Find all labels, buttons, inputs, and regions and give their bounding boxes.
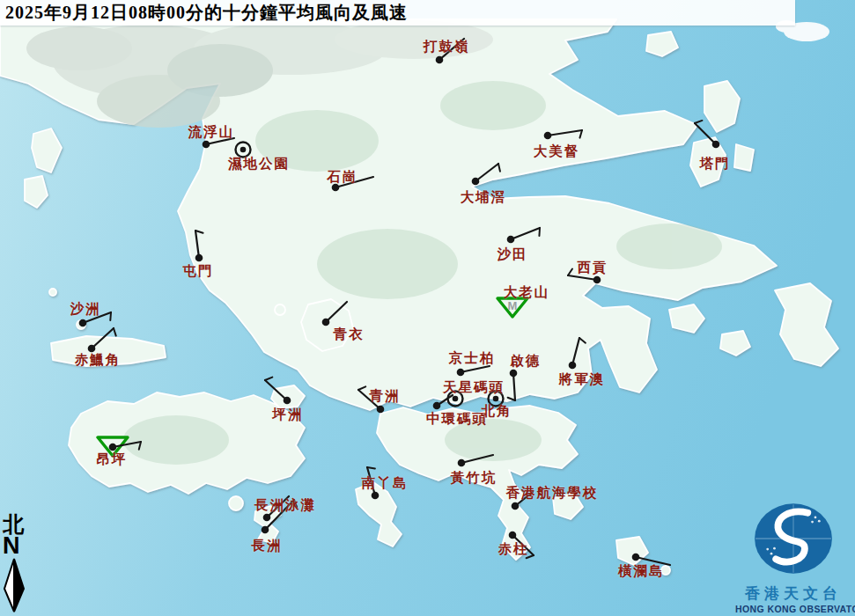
- island-tap-mun-3: [734, 144, 754, 171]
- compass: 北 N: [3, 514, 33, 616]
- island-ma-wan: [275, 304, 285, 315]
- station-dot: [593, 276, 601, 284]
- station-dot: [433, 402, 441, 410]
- station-dot: [284, 397, 291, 405]
- wind-barb-tick: [539, 228, 540, 236]
- station-dot: [544, 132, 552, 140]
- north-arrow-icon: [3, 557, 26, 613]
- station-dot: [569, 362, 577, 370]
- station-dot: [263, 514, 271, 522]
- station-dot: [322, 319, 330, 326]
- station-dot: [436, 56, 444, 64]
- calm-center-dot-icon: [240, 147, 247, 153]
- station-dot: [457, 369, 465, 377]
- station-dot: [377, 406, 385, 414]
- hong-kong-map: M: [0, 0, 855, 616]
- hko-logo-icon: [744, 498, 843, 579]
- wind-barb-tick: [110, 312, 111, 320]
- island-lung-kwu-chau: [49, 289, 56, 296]
- station-dot: [203, 141, 210, 149]
- island-hei-ling-chau: [229, 496, 243, 510]
- station-dot: [512, 502, 520, 510]
- map-title: 2025年9月12日08時00分的十分鐘平均風向及風速: [0, 1, 408, 25]
- wind-map-screenshot: M 打鼓嶺流浮山濕地公園石崗大埔滘大美督塔門沙田西貢屯門沙洲大老山赤鱲角青衣京士…: [0, 0, 855, 616]
- station-dot: [262, 526, 269, 534]
- station-dot: [632, 554, 640, 561]
- station-dot: [507, 236, 515, 244]
- station-dot: [195, 254, 203, 262]
- station-dot: [88, 345, 96, 353]
- station-dot: [472, 178, 480, 186]
- station-dot: [332, 184, 340, 192]
- hko-name-chinese: 香港天文台: [735, 583, 851, 604]
- hko-logo: 香港天文台 HONG KONG OBSERVATORY: [735, 498, 851, 614]
- station-dot: [372, 492, 380, 500]
- calm-center-dot-icon: [493, 396, 499, 402]
- station-dot: [509, 532, 517, 539]
- station-dot: [712, 141, 720, 149]
- station-dot: [510, 370, 518, 378]
- title-bar: 2025年9月12日08時00分的十分鐘平均風向及風速: [0, 0, 795, 26]
- station-dot: [458, 459, 466, 467]
- calm-center-dot-icon: [453, 396, 459, 402]
- hko-name-english: HONG KONG OBSERVATORY: [735, 604, 851, 614]
- station-dot: [109, 444, 117, 451]
- island-small-se: [661, 566, 670, 575]
- station-dot: [79, 319, 87, 327]
- maintenance-m-icon: M: [508, 299, 518, 312]
- compass-north-letter: N: [3, 535, 33, 557]
